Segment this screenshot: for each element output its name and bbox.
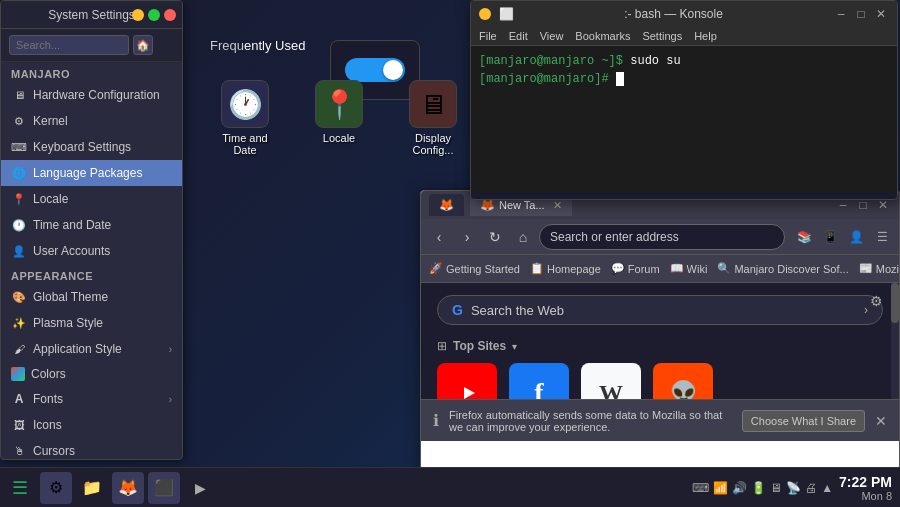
settings-titlebar: System Settings [1,1,182,29]
konsole-minimize[interactable] [479,8,491,20]
konsole-menu-view[interactable]: View [540,30,564,42]
synced-tabs-icon[interactable]: 📱 [819,226,841,248]
tab-close-icon[interactable]: ✕ [553,199,562,212]
systray-extra-icon[interactable]: ▲ [821,481,833,495]
konsole-close-btn[interactable]: ✕ [873,7,889,21]
sidebar-item-language[interactable]: 🌐 Language Packages [1,160,182,186]
systray-audio-icon[interactable]: 🔊 [732,481,747,495]
back-button[interactable]: ‹ [427,225,451,249]
systray-kbd-icon[interactable]: ⌨ [692,481,709,495]
desktop-icon-display[interactable]: 🖥 Display Config... [398,80,468,156]
clock-date: Mon 8 [839,490,892,502]
systray-network-icon[interactable]: 📶 [713,481,728,495]
new-tab-settings-icon[interactable]: ⚙ [870,293,883,309]
locale-desktop-icon: 📍 [315,80,363,128]
bookmarks-sidebar-icon[interactable]: 📚 [793,226,815,248]
reload-button[interactable]: ↻ [483,225,507,249]
app-style-icon: 🖌 [11,341,27,357]
forward-button[interactable]: › [455,225,479,249]
getting-started-icon: 🚀 [429,262,443,275]
firefox-max-btn[interactable]: □ [855,198,871,212]
section-header-manjaro: Manjaro [1,62,182,82]
google-search-bar[interactable]: G Search the Web › [437,295,883,325]
taskbar-konsole-icon[interactable]: ⬛ [148,472,180,504]
taskbar: ☰ ⚙ 📁 🦊 ⬛ ▶ ⌨ 📶 🔊 🔋 🖥 📡 🖨 ▲ 7:22 PM Mon … [0,467,900,507]
taskbar-clock[interactable]: 7:22 PM Mon 8 [839,474,892,502]
timedate-label: Time and Date [210,132,280,156]
sidebar-item-global-theme[interactable]: 🎨 Global Theme [1,284,182,310]
fonts-label: Fonts [33,392,63,406]
bookmark-mozilla-news[interactable]: 📰 Mozilla News [859,262,900,275]
sidebar-item-locale[interactable]: 📍 Locale [1,186,182,212]
new-tab-label: New Ta... [499,199,545,211]
mozilla-news-label: Mozilla News [876,263,900,275]
sidebar-item-kernel[interactable]: ⚙ Kernel [1,108,182,134]
taskbar-app-menu[interactable]: ☰ [4,472,36,504]
sidebar-item-fonts[interactable]: A Fonts › [1,386,182,412]
top-sites-chevron-icon[interactable]: ▾ [512,341,517,352]
close-button[interactable] [164,9,176,21]
taskbar-settings-icon[interactable]: ⚙ [40,472,72,504]
choose-what-share-button[interactable]: Choose What I Share [742,410,865,432]
bookmark-wiki[interactable]: 📖 Wiki [670,262,708,275]
systray-printer-icon[interactable]: 🖨 [805,481,817,495]
locale-icon: 📍 [11,191,27,207]
settings-home-button[interactable]: 🏠 [133,35,153,55]
bookmark-getting-started[interactable]: 🚀 Getting Started [429,262,520,275]
taskbar-firefox-icon[interactable]: 🦊 [112,472,144,504]
toggle-track[interactable] [345,58,405,82]
konsole-min-btn[interactable]: – [833,7,849,21]
ff-menu-icon[interactable]: ☰ [871,226,893,248]
bookmark-manjaro-discover[interactable]: 🔍 Manjaro Discover Sof... [717,262,848,275]
firefox-tab-active: 🦊 [429,194,464,216]
settings-search-input[interactable] [9,35,129,55]
bookmark-forum[interactable]: 💬 Forum [611,262,660,275]
taskbar-files-icon[interactable]: 📁 [76,472,108,504]
users-label: User Accounts [33,244,110,258]
sidebar-item-colors[interactable]: Colors [1,362,182,386]
plasma-label: Plasma Style [33,316,103,330]
home-button[interactable]: ⌂ [511,225,535,249]
sidebar-item-hardware[interactable]: 🖥 Hardware Configuration [1,82,182,108]
bookmark-homepage[interactable]: 📋 Homepage [530,262,601,275]
settings-search-bar: 🏠 [1,29,182,62]
sidebar-item-timedate[interactable]: 🕐 Time and Date [1,212,182,238]
systray-display-icon[interactable]: 🖥 [770,481,782,495]
sidebar-item-app-style[interactable]: 🖌 Application Style › [1,336,182,362]
konsole-menu-edit[interactable]: Edit [509,30,528,42]
konsole-menu-bookmarks[interactable]: Bookmarks [575,30,630,42]
minimize-button[interactable] [132,9,144,21]
timedate-icon: 🕐 [221,80,269,128]
konsole-menu-file[interactable]: File [479,30,497,42]
firefox-close-btn[interactable]: ✕ [875,198,891,212]
notification-close-icon[interactable]: ✕ [875,413,887,429]
search-submit-icon[interactable]: › [864,303,868,317]
systray-battery-icon[interactable]: 🔋 [751,481,766,495]
address-bar[interactable]: Search or enter address [539,224,785,250]
sidebar-item-icons[interactable]: 🖼 Icons [1,412,182,438]
sidebar-item-cursors[interactable]: 🖱 Cursors [1,438,182,460]
desktop-icons-row: 🕐 Time and Date 📍 Locale 🖥 Display Confi… [210,80,468,156]
konsole-max-btn[interactable]: □ [853,7,869,21]
konsole-menu-help[interactable]: Help [694,30,717,42]
konsole-menu-settings[interactable]: Settings [642,30,682,42]
ff-account-icon[interactable]: 👤 [845,226,867,248]
maximize-button[interactable] [148,9,160,21]
sidebar-item-keyboard[interactable]: ⌨ Keyboard Settings [1,134,182,160]
sidebar-item-users[interactable]: 👤 User Accounts [1,238,182,264]
language-label: Language Packages [33,166,142,180]
desktop-icon-timedate[interactable]: 🕐 Time and Date [210,80,280,156]
getting-started-label: Getting Started [446,263,520,275]
firefox-min-btn[interactable]: – [835,198,851,212]
hardware-label: Hardware Configuration [33,88,160,102]
sidebar-item-plasma-style[interactable]: ✨ Plasma Style [1,310,182,336]
desktop-icon-locale[interactable]: 📍 Locale [304,80,374,156]
systray-usb-icon[interactable]: 📡 [786,481,801,495]
window-controls [132,9,176,21]
notification-text: Firefox automatically sends some data to… [449,409,732,433]
keyboard-label: Keyboard Settings [33,140,131,154]
taskbar-arrow-icon[interactable]: ▶ [184,472,216,504]
icons-label: Icons [33,418,62,432]
konsole-terminal-body[interactable]: [manjaro@manjaro ~]$ sudo su [manjaro@ma… [471,46,897,192]
forum-label: Forum [628,263,660,275]
